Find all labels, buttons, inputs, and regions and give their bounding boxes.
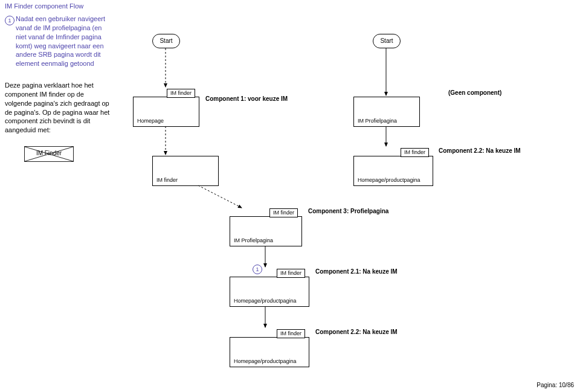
- box-imfinder-left-label: IM finder: [156, 177, 178, 183]
- box-homeprod-3: IM finder Homepage/productpagina: [230, 337, 309, 367]
- start-right: Start: [373, 34, 401, 48]
- label-c3: Component 3: Profielpagina: [308, 208, 388, 214]
- tab-homepage: IM finder: [167, 89, 195, 98]
- imfinder-symbol: IM Finder: [24, 146, 74, 162]
- badge-c21: 1: [253, 265, 262, 274]
- label-c1: Component 1: voor keuze IM: [205, 95, 288, 102]
- tab-profiel-2: IM finder: [269, 208, 298, 217]
- note-paragraph-2: Deze pagina verklaart hoe het component …: [5, 81, 112, 135]
- box-profiel-2: IM finder IM Profielpagina: [230, 216, 302, 246]
- page-footer: Pagina: 10/86: [536, 382, 574, 388]
- box-homeprod-1-label: Homepage/productpagina: [358, 177, 420, 183]
- imfinder-symbol-label: IM Finder: [25, 150, 73, 156]
- page-title: IM Finder component Flow: [5, 2, 83, 10]
- box-homeprod-3-label: Homepage/productpagina: [234, 358, 297, 364]
- note-paragraph-1: Nadat een gebruiker navigeert vanaf de I…: [16, 14, 112, 68]
- box-homepage-label: Homepage: [137, 118, 164, 124]
- box-profiel-1-label: IM Profielpagina: [358, 118, 397, 124]
- box-homeprod-1: IM finder Homepage/productpagina: [353, 156, 433, 186]
- start-left: Start: [152, 34, 180, 48]
- note-badge: 1: [5, 16, 14, 25]
- box-imfinder-left: IM finder: [152, 156, 219, 186]
- label-c22-b: Component 2.2: Na keuze IM: [315, 329, 398, 335]
- box-homeprod-2: IM finder Homepage/productpagina: [230, 277, 309, 307]
- label-c22: Component 2.2: Na keuze IM: [439, 147, 521, 154]
- label-c21: Component 2.1: Na keuze IM: [315, 268, 398, 275]
- box-homeprod-2-label: Homepage/productpagina: [234, 298, 297, 304]
- tab-homeprod-2: IM finder: [277, 269, 305, 278]
- tab-homeprod-3: IM finder: [277, 329, 305, 338]
- box-profiel-1: IM Profielpagina: [353, 97, 420, 127]
- label-none: (Geen component): [448, 89, 501, 96]
- box-homepage: IM finder Homepage: [133, 97, 199, 127]
- tab-homeprod-1: IM finder: [401, 148, 429, 157]
- box-profiel-2-label: IM Profielpagina: [234, 237, 273, 243]
